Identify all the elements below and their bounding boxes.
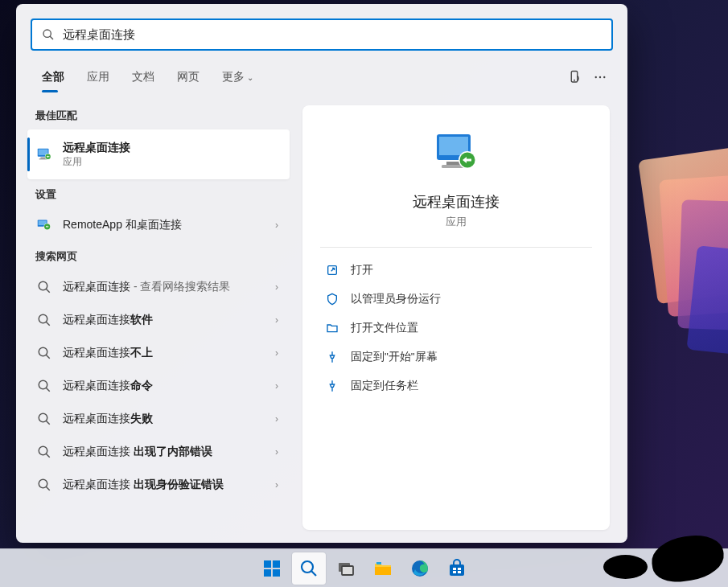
action-run-admin[interactable]: 以管理员身份运行 bbox=[320, 285, 592, 314]
preview-title: 远程桌面连接 bbox=[320, 192, 592, 211]
svg-point-29 bbox=[39, 479, 47, 488]
open-icon bbox=[325, 263, 339, 277]
svg-rect-41 bbox=[273, 569, 280, 577]
svg-rect-50 bbox=[453, 568, 456, 570]
taskbar-search-button[interactable] bbox=[292, 552, 326, 585]
svg-line-30 bbox=[46, 486, 50, 491]
chevron-right-icon: › bbox=[272, 413, 282, 425]
filter-all[interactable]: 全部 bbox=[31, 64, 76, 91]
action-open[interactable]: 打开 bbox=[320, 256, 592, 285]
chevron-right-icon: › bbox=[272, 446, 282, 458]
search-icon bbox=[42, 28, 55, 41]
result-title: 远程桌面连接 bbox=[63, 141, 130, 154]
svg-rect-40 bbox=[264, 569, 271, 577]
preview-app-icon bbox=[320, 128, 592, 179]
search-box[interactable] bbox=[31, 18, 613, 51]
results-list: 最佳匹配 远程桌面连接 应用 设置 RemoteApp 和桌面连接 › bbox=[16, 92, 296, 543]
svg-point-21 bbox=[39, 347, 47, 356]
start-search-panel: 全部 应用 文档 网页 更多⌄ 最佳匹配 远程桌面连接 应用 设置 bbox=[16, 4, 627, 543]
section-web: 搜索网页 bbox=[27, 241, 290, 270]
result-title: RemoteApp 和桌面连接 bbox=[63, 218, 272, 232]
search-icon bbox=[35, 476, 53, 494]
preview-card: 远程桌面连接 应用 打开 以管理员身份运行 打开文件位置 固定到"开始 bbox=[302, 105, 610, 530]
action-pin-taskbar[interactable]: 固定到任务栏 bbox=[320, 371, 592, 400]
svg-line-20 bbox=[46, 322, 50, 326]
edge-button[interactable] bbox=[403, 552, 437, 585]
filter-docs[interactable]: 文档 bbox=[121, 64, 166, 91]
svg-line-18 bbox=[46, 289, 50, 293]
svg-point-4 bbox=[595, 76, 597, 78]
svg-point-42 bbox=[302, 561, 313, 573]
result-settings-remoteapp[interactable]: RemoteApp 和桌面连接 › bbox=[27, 208, 290, 241]
svg-line-28 bbox=[46, 454, 50, 458]
svg-point-0 bbox=[43, 30, 51, 37]
folder-icon bbox=[325, 321, 339, 335]
search-input[interactable] bbox=[63, 28, 602, 42]
svg-point-19 bbox=[39, 314, 47, 323]
svg-rect-52 bbox=[453, 571, 456, 573]
search-icon bbox=[35, 410, 53, 428]
mobile-link-icon[interactable] bbox=[561, 64, 587, 90]
section-best-match: 最佳匹配 bbox=[27, 101, 290, 129]
result-web-3[interactable]: 远程桌面连接命令 › bbox=[27, 369, 290, 402]
search-icon bbox=[35, 443, 53, 461]
pin-icon bbox=[325, 379, 339, 393]
svg-point-5 bbox=[599, 76, 601, 78]
svg-rect-46 bbox=[375, 567, 391, 575]
result-web-0[interactable]: 远程桌面连接 - 查看网络搜索结果 › bbox=[27, 270, 290, 303]
svg-rect-45 bbox=[342, 566, 353, 575]
svg-line-22 bbox=[46, 355, 50, 359]
store-button[interactable] bbox=[440, 552, 474, 585]
svg-rect-51 bbox=[458, 568, 461, 570]
chevron-right-icon: › bbox=[272, 314, 282, 326]
svg-point-27 bbox=[39, 446, 47, 455]
filter-row: 全部 应用 文档 网页 更多⌄ bbox=[16, 59, 627, 92]
result-web-5[interactable]: 远程桌面连接 出现了内部错误 › bbox=[27, 435, 290, 468]
task-view-button[interactable] bbox=[329, 552, 363, 585]
taskbar-overflow-shape bbox=[551, 548, 728, 587]
svg-point-25 bbox=[39, 413, 47, 422]
svg-rect-33 bbox=[446, 162, 461, 165]
result-web-2[interactable]: 远程桌面连接不上 › bbox=[27, 336, 290, 369]
taskbar bbox=[0, 548, 728, 587]
chevron-right-icon: › bbox=[272, 380, 282, 392]
search-icon bbox=[35, 278, 53, 296]
chevron-right-icon: › bbox=[272, 347, 282, 359]
search-icon bbox=[35, 311, 53, 329]
svg-rect-49 bbox=[450, 564, 464, 576]
start-button[interactable] bbox=[255, 552, 289, 585]
svg-point-3 bbox=[574, 80, 575, 80]
filter-web[interactable]: 网页 bbox=[166, 64, 211, 91]
search-icon bbox=[35, 344, 53, 362]
search-icon bbox=[35, 377, 53, 395]
svg-rect-47 bbox=[376, 562, 381, 564]
svg-rect-53 bbox=[458, 571, 461, 573]
pin-icon bbox=[325, 350, 339, 364]
result-web-6[interactable]: 远程桌面连接 出现身份验证错误 › bbox=[27, 468, 290, 501]
result-subtitle: 应用 bbox=[63, 155, 282, 169]
svg-rect-9 bbox=[40, 158, 45, 158]
action-open-location[interactable]: 打开文件位置 bbox=[320, 314, 592, 343]
svg-line-1 bbox=[50, 36, 53, 39]
svg-rect-39 bbox=[273, 560, 280, 568]
svg-rect-38 bbox=[264, 560, 271, 568]
chevron-right-icon: › bbox=[272, 220, 282, 231]
chevron-right-icon: › bbox=[272, 281, 282, 293]
more-options-icon[interactable] bbox=[587, 64, 613, 90]
svg-point-17 bbox=[39, 281, 47, 290]
action-pin-start[interactable]: 固定到"开始"屏幕 bbox=[320, 343, 592, 371]
svg-line-26 bbox=[46, 421, 50, 425]
filter-apps[interactable]: 应用 bbox=[76, 64, 121, 91]
svg-line-43 bbox=[311, 571, 316, 576]
explorer-button[interactable] bbox=[366, 552, 400, 585]
section-settings: 设置 bbox=[27, 179, 290, 208]
remoteapp-icon bbox=[35, 216, 53, 234]
chevron-right-icon: › bbox=[272, 479, 282, 491]
rdc-app-icon bbox=[35, 146, 53, 163]
result-best-match[interactable]: 远程桌面连接 应用 bbox=[27, 129, 290, 179]
chevron-down-icon: ⌄ bbox=[247, 73, 253, 82]
result-web-4[interactable]: 远程桌面连接失败 › bbox=[27, 402, 290, 435]
svg-line-24 bbox=[46, 388, 50, 392]
result-web-1[interactable]: 远程桌面连接软件 › bbox=[27, 303, 290, 336]
filter-more[interactable]: 更多⌄ bbox=[211, 64, 265, 91]
